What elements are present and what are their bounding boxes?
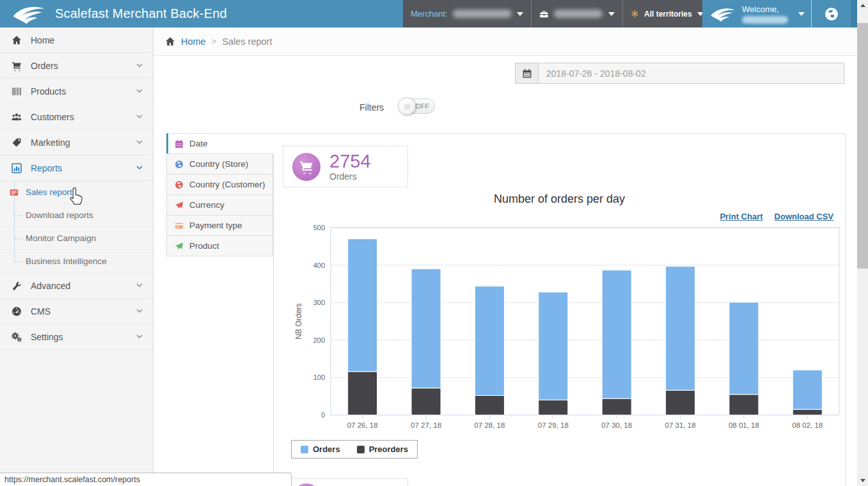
breadcrumb-separator: > <box>212 36 217 46</box>
svg-text:100: 100 <box>313 373 325 381</box>
caret-down-icon <box>798 12 805 16</box>
svg-text:07 28, 18: 07 28, 18 <box>474 421 505 429</box>
reports-submenu: Sales report Download reports Monitor Ca… <box>0 181 153 273</box>
calendar-addon-button[interactable] <box>515 63 538 84</box>
date-range-picker: 2018-07-26 - 2018-08-02 <box>515 63 844 84</box>
svg-text:07 26, 18: 07 26, 18 <box>347 421 378 429</box>
chevron-down-icon <box>136 63 143 68</box>
globe-icon <box>825 7 839 21</box>
toggle-state-label: OFF <box>415 99 429 113</box>
breadcrumb: Home > Sales report <box>154 27 857 56</box>
chevron-down-icon <box>136 283 143 288</box>
scroll-down-arrow[interactable] <box>857 475 868 486</box>
paper-plane-icon <box>175 201 184 210</box>
chevron-down-icon <box>136 140 143 145</box>
sidebar-item-cms[interactable]: CMS <box>0 299 153 324</box>
breadcrumb-home-link[interactable]: Home <box>181 36 206 47</box>
language-globe-button[interactable] <box>811 0 851 27</box>
submenu-item-monitor-campaign[interactable]: Monitor Campaign <box>0 227 153 250</box>
paper-plane-icon <box>175 242 184 251</box>
store-name-redacted <box>554 10 603 18</box>
orders-count-label: Orders <box>329 171 371 182</box>
svg-text:200: 200 <box>313 336 325 344</box>
tab-payment-type[interactable]: Payment type <box>166 215 273 236</box>
merchant-dropdown[interactable]: Merchant: <box>403 0 531 27</box>
tab-country-store[interactable]: Country (Store) <box>166 153 273 175</box>
welcome-label: Welcome, <box>742 4 788 14</box>
legend-item-preorders[interactable]: Preorders <box>357 444 408 454</box>
sidebar-nav: Home Orders Products Customers Marketing… <box>0 27 154 486</box>
filters-toggle[interactable]: OFF <box>399 98 435 114</box>
next-stat-card-partial <box>283 478 408 486</box>
report-dimension-tabs: Date Country (Store) Country (Customer) … <box>166 133 273 256</box>
sidebar-item-advanced[interactable]: Advanced <box>0 273 153 299</box>
sidebar-item-orders[interactable]: Orders <box>0 53 153 79</box>
briefcase-icon <box>539 10 549 19</box>
tab-currency[interactable]: Currency <box>166 194 273 216</box>
sales-report-icon <box>10 188 19 197</box>
date-range-input[interactable]: 2018-07-26 - 2018-08-02 <box>538 63 844 84</box>
submenu-item-sales-report[interactable]: Sales report <box>0 181 153 204</box>
tab-product[interactable]: Product <box>166 235 273 256</box>
tab-label: Country (Customer) <box>189 180 265 189</box>
territories-dropdown[interactable]: All territories <box>622 0 702 27</box>
header-edge-strip <box>851 0 857 27</box>
chart-legend: Orders Preorders <box>291 440 418 459</box>
orders-per-day-chart: 010020030040050007 26, 1807 27, 1807 28,… <box>291 223 844 432</box>
sidebar-item-marketing[interactable]: Marketing <box>0 130 153 155</box>
top-navbar: Scalefast Merchant Back-End Merchant: Al… <box>0 0 857 27</box>
tab-label: Date <box>189 139 208 148</box>
svg-text:07 27, 18: 07 27, 18 <box>411 421 441 429</box>
tab-date[interactable]: Date <box>166 133 274 154</box>
scrollbar-thumb[interactable] <box>857 23 868 269</box>
credit-card-icon <box>175 221 184 230</box>
welcome-block: Welcome, <box>742 4 788 24</box>
chart-actions: Print Chart Download CSV <box>720 212 833 221</box>
tab-label: Product <box>189 241 219 251</box>
tab-label: Payment type <box>189 221 242 230</box>
tab-country-customer[interactable]: Country (Customer) <box>166 174 273 195</box>
home-icon <box>165 36 175 47</box>
sidebar-item-reports[interactable]: Reports <box>0 155 153 181</box>
sidebar-item-label: Products <box>31 86 127 97</box>
sidebar-item-customers[interactable]: Customers <box>0 104 153 130</box>
territories-label: All territories <box>644 10 692 19</box>
print-chart-link[interactable]: Print Chart <box>720 212 762 221</box>
submenu-item-download-reports[interactable]: Download reports <box>0 204 153 227</box>
orders-stat-card: 2754 Orders <box>283 146 408 187</box>
header-selectors: Merchant: All territories <box>403 0 702 27</box>
chevron-down-icon <box>136 114 143 119</box>
submenu-item-business-intelligence[interactable]: Business Intelligence <box>0 250 153 273</box>
orders-count: 2754 <box>329 152 371 171</box>
user-menu[interactable]: Welcome, <box>702 0 811 27</box>
caret-down-icon <box>608 12 615 16</box>
download-csv-link[interactable]: Download CSV <box>775 212 833 221</box>
calendar-icon <box>175 139 184 148</box>
chevron-down-icon <box>136 309 143 313</box>
sidebar-item-label: CMS <box>31 306 127 317</box>
sidebar-item-label: Home <box>31 35 143 45</box>
sidebar-item-label: Orders <box>31 61 127 71</box>
store-dropdown[interactable] <box>531 0 622 27</box>
svg-text:07 29, 18: 07 29, 18 <box>538 421 569 429</box>
brand: Scalefast Merchant Back-End <box>0 0 403 27</box>
svg-text:NB Orders: NB Orders <box>294 303 303 340</box>
submenu-item-label: Business Intelligence <box>26 256 107 266</box>
sidebar-item-home[interactable]: Home <box>0 27 153 53</box>
sidebar-item-products[interactable]: Products <box>0 79 153 104</box>
toggle-knob[interactable] <box>398 97 416 115</box>
svg-text:07 31, 18: 07 31, 18 <box>665 421 696 429</box>
scroll-up-arrow[interactable] <box>857 0 868 11</box>
orders-chart-svg: 010020030040050007 26, 1807 27, 1807 28,… <box>291 223 844 432</box>
submenu-item-label: Sales report <box>26 187 72 197</box>
svg-text:08 01, 18: 08 01, 18 <box>729 421 759 429</box>
filters-label: Filters <box>359 100 384 115</box>
app-window: Scalefast Merchant Back-End Merchant: Al… <box>0 0 868 486</box>
sidebar-item-settings[interactable]: Settings <box>0 324 153 350</box>
svg-text:07 30, 18: 07 30, 18 <box>601 421 632 429</box>
sidebar-item-label: Settings <box>31 332 127 342</box>
sidebar-item-label: Advanced <box>31 281 127 291</box>
chart-title: Number of orders per day <box>273 192 846 206</box>
scalefast-logo-icon <box>10 3 47 25</box>
legend-item-orders[interactable]: Orders <box>301 444 340 454</box>
